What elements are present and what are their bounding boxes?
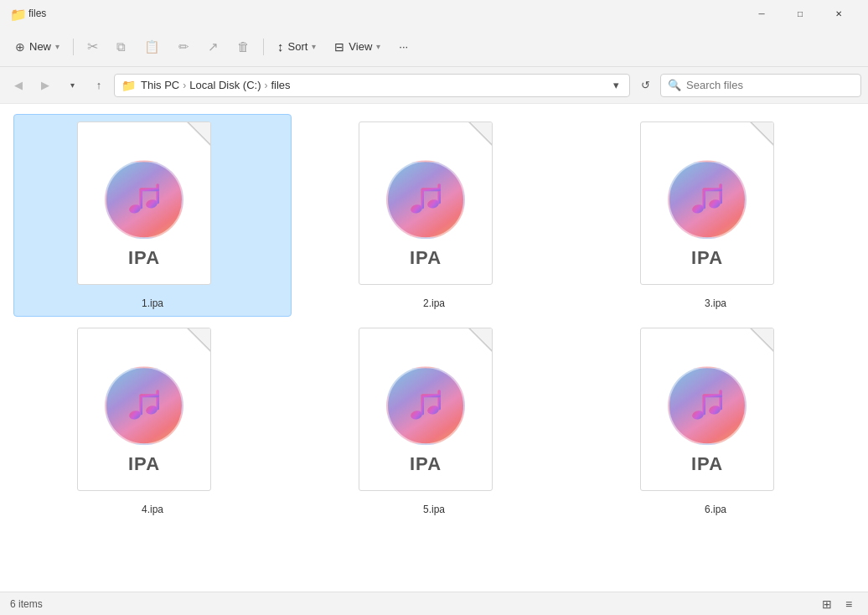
svg-rect-28 xyxy=(720,390,723,410)
svg-rect-13 xyxy=(720,183,723,204)
file-item[interactable]: IPA 4.ipa xyxy=(13,320,292,523)
ipa-file-label: IPA xyxy=(128,247,160,269)
svg-rect-12 xyxy=(703,189,706,209)
svg-rect-23 xyxy=(438,390,442,410)
title-bar: 📁 files ─ □ ✕ xyxy=(0,0,868,27)
svg-rect-4 xyxy=(140,188,160,191)
new-icon: ⊕ xyxy=(15,40,25,54)
svg-rect-3 xyxy=(157,183,160,204)
large-icons-button[interactable]: ⊞ xyxy=(818,595,836,613)
status-icons: ⊞ ≡ xyxy=(818,595,858,613)
toolbar-separator-1 xyxy=(73,39,74,55)
file-name: 5.ipa xyxy=(423,504,445,515)
doc-curl xyxy=(468,122,492,146)
file-item[interactable]: IPA 5.ipa xyxy=(295,320,573,523)
file-thumbnail: IPA xyxy=(77,121,228,289)
back-button[interactable]: ◀ xyxy=(7,74,30,97)
file-grid: IPA 1.ipa xyxy=(13,114,855,523)
share-button[interactable]: ↗ xyxy=(199,32,227,62)
address-path[interactable]: 📁 This PC › Local Disk (C:) › files ▾ xyxy=(114,74,630,97)
path-dropdown-button[interactable]: ▾ xyxy=(610,77,623,93)
paste-button[interactable]: 📋 xyxy=(136,32,168,62)
window-title: files xyxy=(28,8,46,19)
view-button[interactable]: ⊟ View ▾ xyxy=(326,32,389,62)
minimize-button[interactable]: ─ xyxy=(742,0,781,27)
ipa-circle xyxy=(668,160,747,239)
ipa-icon-wrap xyxy=(105,366,183,445)
music-note-icon xyxy=(685,177,730,222)
up-button[interactable]: ↑ xyxy=(87,74,111,97)
file-item[interactable]: IPA 2.ipa xyxy=(295,114,573,317)
file-area: IPA 1.ipa xyxy=(0,104,868,592)
rename-button[interactable]: ✏ xyxy=(170,32,198,62)
maximize-button[interactable]: □ xyxy=(781,0,819,27)
ipa-icon-wrap xyxy=(386,366,465,445)
ipa-icon-wrap xyxy=(668,160,747,239)
file-name: 3.ipa xyxy=(705,297,726,309)
svg-rect-24 xyxy=(421,394,442,397)
path-folder-icon: 📁 xyxy=(121,79,136,92)
svg-rect-18 xyxy=(157,390,160,410)
more-button[interactable]: ··· xyxy=(390,32,416,62)
file-name: 4.ipa xyxy=(142,504,163,515)
ipa-circle xyxy=(105,366,183,445)
file-item[interactable]: IPA 6.ipa xyxy=(576,320,855,523)
music-note-icon xyxy=(121,383,167,428)
new-button[interactable]: ⊕ New ▾ xyxy=(7,32,68,62)
forward-button[interactable]: ▶ xyxy=(34,74,57,97)
file-thumbnail: IPA xyxy=(359,121,509,289)
file-thumbnail: IPA xyxy=(359,328,509,495)
file-name: 2.ipa xyxy=(423,297,445,309)
doc-body: IPA xyxy=(640,121,774,285)
refresh-button[interactable]: ↺ xyxy=(633,74,657,97)
svg-rect-7 xyxy=(421,189,425,209)
ipa-file-label: IPA xyxy=(410,453,442,475)
doc-body: IPA xyxy=(640,328,774,491)
ipa-file-label: IPA xyxy=(691,247,723,269)
doc-curl xyxy=(750,122,773,146)
file-name: 6.ipa xyxy=(705,504,726,515)
svg-rect-27 xyxy=(703,395,706,415)
music-note-icon xyxy=(403,383,448,428)
svg-rect-17 xyxy=(140,395,143,415)
file-thumbnail: IPA xyxy=(640,328,791,495)
window-controls: ─ □ ✕ xyxy=(742,0,858,27)
music-note-icon xyxy=(403,177,448,222)
ipa-file-label: IPA xyxy=(691,453,723,475)
toolbar-separator-2 xyxy=(263,39,264,55)
copy-button[interactable]: ⧉ xyxy=(108,32,134,62)
delete-button[interactable]: 🗑 xyxy=(229,32,258,62)
item-count: 6 items xyxy=(10,598,43,610)
search-icon: 🔍 xyxy=(668,79,681,91)
close-button[interactable]: ✕ xyxy=(819,0,858,27)
cut-button[interactable]: ✂ xyxy=(79,32,106,62)
music-note-icon xyxy=(121,177,167,222)
search-input[interactable] xyxy=(686,79,854,91)
search-box: 🔍 xyxy=(660,74,861,97)
ipa-circle xyxy=(668,366,747,445)
file-thumbnail: IPA xyxy=(640,121,791,289)
ipa-file-label: IPA xyxy=(410,247,442,269)
doc-curl xyxy=(187,122,210,146)
path-folder: files xyxy=(271,79,290,91)
file-item[interactable]: IPA 3.ipa xyxy=(576,114,855,317)
svg-rect-9 xyxy=(421,188,442,191)
doc-body: IPA xyxy=(77,328,211,491)
doc-curl xyxy=(187,328,210,352)
path-local-disk: Local Disk (C:) xyxy=(189,79,261,91)
title-folder-icon: 📁 xyxy=(10,7,23,20)
recent-button[interactable]: ▾ xyxy=(60,74,84,97)
path-sep-1: › xyxy=(183,80,186,91)
svg-rect-22 xyxy=(421,395,425,415)
sort-button[interactable]: ↕ Sort ▾ xyxy=(269,32,324,62)
list-view-button[interactable]: ≡ xyxy=(840,595,858,613)
ipa-icon-wrap xyxy=(386,160,465,239)
address-bar: ◀ ▶ ▾ ↑ 📁 This PC › Local Disk (C:) › fi… xyxy=(0,67,868,104)
svg-rect-14 xyxy=(703,188,723,191)
file-item[interactable]: IPA 1.ipa xyxy=(13,114,292,317)
doc-body: IPA xyxy=(359,328,493,491)
file-thumbnail: IPA xyxy=(77,328,228,495)
ipa-icon-wrap xyxy=(105,160,183,239)
toolbar: ⊕ New ▾ ✂ ⧉ 📋 ✏ ↗ 🗑 ↕ Sort ▾ ⊟ View ▾ ··… xyxy=(0,27,868,67)
svg-rect-19 xyxy=(140,394,160,397)
